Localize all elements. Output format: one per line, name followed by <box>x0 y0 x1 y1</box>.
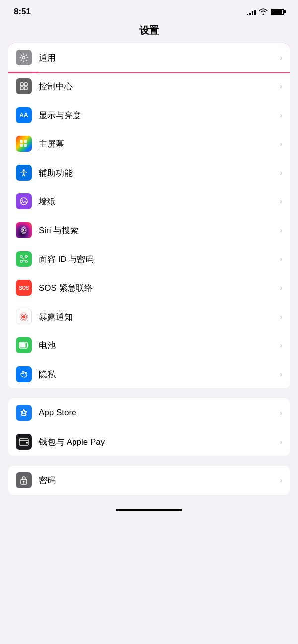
settings-group-3: 密码 › <box>8 466 290 495</box>
settings-item-home-screen[interactable]: 主屏幕 › <box>8 129 290 158</box>
settings-item-accessibility[interactable]: 辅助功能 › <box>8 158 290 187</box>
svg-rect-8 <box>24 144 27 147</box>
svg-rect-18 <box>25 261 27 262</box>
home-indicator <box>116 509 182 511</box>
wifi-icon <box>259 8 268 16</box>
svg-rect-3 <box>20 87 23 90</box>
battery-settings-icon <box>16 337 32 353</box>
settings-item-control-center[interactable]: 控制中心 › <box>8 72 290 101</box>
status-time: 8:51 <box>14 7 31 17</box>
accessibility-icon <box>16 165 32 181</box>
svg-rect-25 <box>20 343 26 348</box>
svg-point-9 <box>23 169 25 171</box>
app-store-icon <box>16 405 32 421</box>
svg-rect-28 <box>26 442 28 444</box>
wallet-label: 钱包与 Apple Pay <box>39 436 280 448</box>
siri-icon <box>16 222 32 238</box>
privacy-label: 隐私 <box>39 369 280 380</box>
privacy-icon <box>16 366 32 382</box>
password-label: 密码 <box>39 475 280 486</box>
settings-item-display[interactable]: AA 显示与亮度 › <box>8 101 290 129</box>
exposure-icon <box>16 309 32 324</box>
display-label: 显示与亮度 <box>39 110 280 121</box>
svg-rect-1 <box>20 83 23 86</box>
svg-point-19 <box>22 258 23 258</box>
general-chevron: › <box>280 54 282 62</box>
svg-rect-5 <box>20 140 23 143</box>
general-icon <box>16 50 32 65</box>
signal-icon <box>247 8 256 15</box>
svg-rect-6 <box>24 140 27 143</box>
svg-rect-7 <box>20 144 23 147</box>
svg-point-0 <box>23 57 25 59</box>
status-icons <box>247 8 284 16</box>
svg-point-20 <box>25 258 26 258</box>
settings-group-2: App Store › 钱包与 Apple Pay › <box>8 398 290 456</box>
home-screen-icon <box>16 136 32 152</box>
settings-item-exposure[interactable]: 暴露通知 › <box>8 302 290 331</box>
svg-rect-16 <box>25 256 27 257</box>
settings-item-face-id[interactable]: 面容 ID 与密码 › <box>8 245 290 273</box>
svg-point-14 <box>23 229 24 232</box>
battery-label: 电池 <box>39 340 280 351</box>
face-id-label: 面容 ID 与密码 <box>39 254 280 265</box>
settings-item-wallet[interactable]: 钱包与 Apple Pay › <box>8 427 290 456</box>
settings-group-1: 通用 › 控制中心 › AA 显示与亮度 › <box>8 43 290 388</box>
svg-rect-15 <box>20 256 22 257</box>
svg-rect-4 <box>24 87 27 90</box>
svg-point-10 <box>20 198 27 205</box>
settings-item-battery[interactable]: 电池 › <box>8 331 290 360</box>
exposure-label: 暴露通知 <box>39 311 280 322</box>
sos-label: SOS 紧急联络 <box>39 282 280 294</box>
home-screen-label: 主屏幕 <box>39 138 280 150</box>
settings-item-sos[interactable]: SOS SOS 紧急联络 › <box>8 273 290 302</box>
accessibility-label: 辅助功能 <box>39 167 280 179</box>
settings-item-general[interactable]: 通用 › <box>8 43 290 72</box>
wallpaper-icon <box>16 193 32 209</box>
page-title: 设置 <box>0 21 298 43</box>
svg-rect-2 <box>24 83 27 86</box>
settings-item-siri[interactable]: Siri 与搜索 › <box>8 216 290 245</box>
settings-item-password[interactable]: 密码 › <box>8 466 290 495</box>
control-center-label: 控制中心 <box>39 81 280 92</box>
settings-item-app-store[interactable]: App Store › <box>8 398 290 427</box>
battery-icon <box>271 9 284 15</box>
svg-rect-17 <box>20 261 22 262</box>
app-store-label: App Store <box>39 408 280 418</box>
svg-point-11 <box>22 200 23 201</box>
sos-icon: SOS <box>16 280 32 296</box>
status-bar: 8:51 <box>0 0 298 21</box>
siri-label: Siri 与搜索 <box>39 225 280 236</box>
general-label: 通用 <box>39 52 280 64</box>
display-icon: AA <box>16 107 32 123</box>
settings-item-wallpaper[interactable]: 墙纸 › <box>8 187 290 216</box>
face-id-icon <box>16 251 32 267</box>
wallet-icon <box>16 434 32 450</box>
settings-item-privacy[interactable]: 隐私 › <box>8 360 290 388</box>
password-icon <box>16 472 32 488</box>
wallpaper-label: 墙纸 <box>39 196 280 207</box>
svg-point-21 <box>22 315 25 318</box>
control-center-icon <box>16 78 32 94</box>
